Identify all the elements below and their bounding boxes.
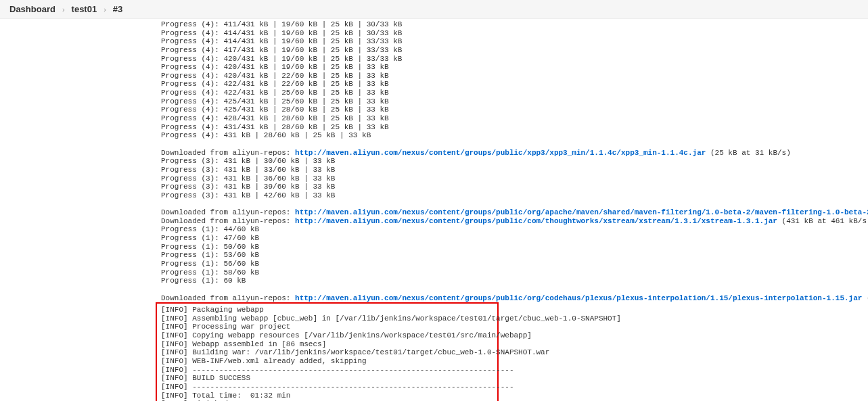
breadcrumb-sep: › [104,5,106,14]
breadcrumb: Dashboard › test01 › #3 [0,0,868,19]
download-link[interactable]: http://maven.aliyun.com/nexus/content/gr… [295,208,868,216]
download-link[interactable]: http://maven.aliyun.com/nexus/content/gr… [295,294,862,302]
download-link[interactable]: http://maven.aliyun.com/nexus/content/gr… [295,149,706,157]
breadcrumb-sep: › [62,5,65,14]
breadcrumb-build[interactable]: #3 [113,4,122,14]
breadcrumb-job[interactable]: test01 [72,4,97,14]
console-output: Progress (4): 411/431 kB | 19/60 kB | 25… [0,19,868,302]
breadcrumb-dashboard[interactable]: Dashboard [9,4,55,14]
download-link[interactable]: http://maven.aliyun.com/nexus/content/gr… [295,217,777,225]
highlighted-output: [INFO] Packaging webapp [INFO] Assemblin… [156,302,499,401]
